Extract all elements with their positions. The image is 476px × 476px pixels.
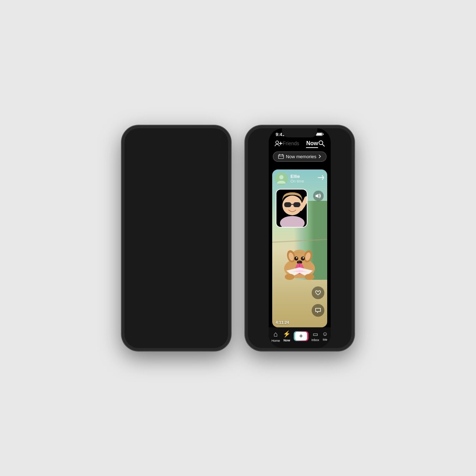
- svg-point-63: [296, 257, 298, 259]
- nav-now-2[interactable]: ⚡ Now: [283, 330, 291, 342]
- post-action-buttons: [312, 286, 324, 317]
- post-user-details: Ellie On time: [291, 174, 304, 183]
- nav-home-2[interactable]: ⌂ Home: [271, 330, 280, 342]
- comment-post-icon: [315, 308, 321, 313]
- svg-point-54: [279, 175, 283, 179]
- tab-friends[interactable]: Friends: [283, 141, 299, 146]
- selfie-svg: [276, 190, 307, 228]
- post-share-button[interactable]: [317, 174, 324, 183]
- memories-section: Now memories: [269, 152, 331, 166]
- nav-inbox-2[interactable]: ▭ Inbox: [311, 331, 319, 342]
- tab-now[interactable]: Now: [306, 140, 318, 148]
- battery-icon-2: [316, 132, 324, 136]
- signal-icon-2: [303, 132, 308, 136]
- search-icon: [318, 140, 325, 147]
- svg-point-66: [298, 261, 300, 262]
- sound-button[interactable]: [313, 191, 324, 201]
- svg-point-61: [294, 256, 298, 260]
- status-icons-2: [303, 132, 324, 136]
- home-icon-2: ⌂: [274, 330, 278, 338]
- comment-post-button[interactable]: [312, 304, 324, 317]
- post-user-info: Ellie On time: [275, 172, 304, 185]
- post-image-area: 4:11:24: [272, 169, 327, 327]
- profile-icon-2: ☺: [322, 331, 328, 337]
- bottom-nav-2: ⌂ Home ⚡ Now + ▭ In: [269, 327, 331, 348]
- add-friend-icon: [274, 140, 283, 147]
- svg-rect-76: [293, 202, 300, 207]
- now-page-header: Friends Now: [269, 138, 331, 152]
- volume-icon: [316, 193, 321, 198]
- now-memories-button[interactable]: Now memories: [273, 152, 327, 162]
- nav-me-2[interactable]: ☺ Me: [322, 331, 328, 341]
- wifi-icon-2: [310, 132, 315, 136]
- svg-rect-40: [306, 132, 307, 136]
- svg-rect-39: [305, 133, 306, 136]
- svg-point-71: [305, 274, 315, 280]
- search-button[interactable]: [318, 140, 325, 149]
- phone-2-screen: 9:41: [269, 128, 331, 348]
- status-time-2: 9:41: [276, 132, 285, 137]
- svg-point-64: [303, 257, 304, 259]
- now-icon-2: ⚡: [283, 330, 291, 338]
- svg-line-48: [322, 144, 324, 146]
- svg-rect-75: [284, 202, 291, 207]
- now-tabs: Friends Now: [283, 140, 318, 148]
- home-label-2: Home: [271, 339, 280, 342]
- svg-point-62: [301, 256, 305, 260]
- post-avatar[interactable]: [275, 172, 288, 185]
- svg-point-70: [285, 274, 295, 280]
- like-post-button[interactable]: [312, 286, 324, 299]
- svg-rect-49: [278, 155, 283, 159]
- post-header: Ellie On time: [275, 172, 324, 185]
- phone-1: 9:41: [122, 125, 231, 351]
- me-label-2: Me: [323, 338, 328, 341]
- inbox-icon-2: ▭: [313, 331, 318, 338]
- now-content: Friends Now: [269, 138, 331, 348]
- phone-2: 9:41: [245, 125, 354, 351]
- post-username: Ellie: [291, 174, 304, 179]
- svg-point-44: [276, 141, 279, 144]
- svg-rect-37: [303, 135, 304, 136]
- status-bar-2: 9:41: [269, 128, 331, 138]
- page-container: 9:41: [108, 111, 368, 365]
- inbox-label-2: Inbox: [311, 338, 319, 342]
- plus-icon-2: +: [299, 333, 303, 340]
- selfie-overlay: [276, 189, 307, 228]
- post-avatar-icon: [275, 172, 288, 185]
- memories-label: Now memories: [286, 154, 317, 159]
- post-timer: 4:11:24: [276, 320, 289, 324]
- post-status: On time: [291, 179, 304, 183]
- svg-rect-38: [304, 134, 305, 136]
- share-arrow-icon: [317, 174, 324, 181]
- nav-create-2[interactable]: +: [294, 331, 309, 341]
- heart-post-icon: [315, 290, 321, 296]
- now-post-card: Ellie On time: [272, 169, 327, 327]
- now-label-2: Now: [283, 339, 290, 342]
- chevron-right-icon: [318, 154, 321, 159]
- svg-rect-43: [316, 133, 322, 135]
- calendar-icon: [278, 154, 284, 159]
- svg-rect-42: [323, 134, 324, 135]
- add-friend-button[interactable]: [274, 140, 283, 149]
- create-button-2[interactable]: +: [294, 331, 309, 341]
